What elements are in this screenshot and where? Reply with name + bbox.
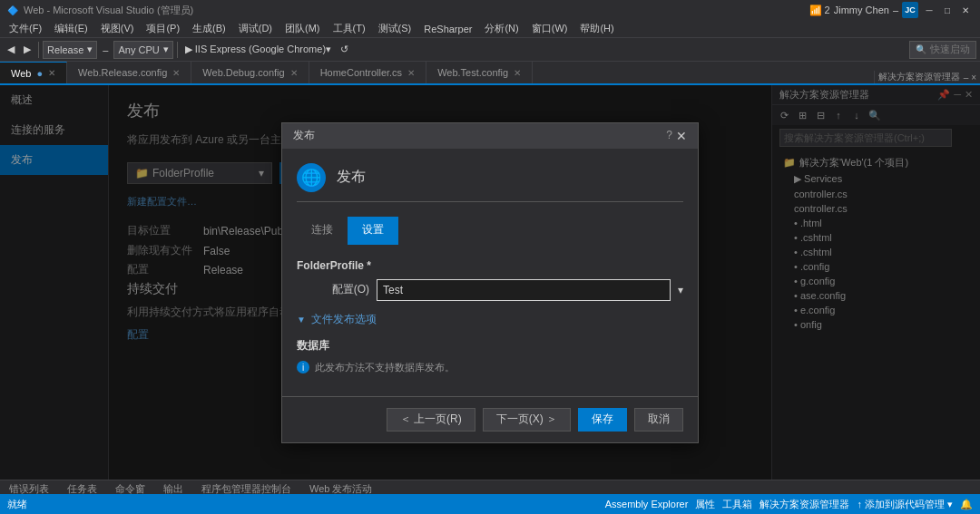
solution-explorer-toggle[interactable]: 解决方案资源管理器 – ×: [874, 71, 980, 83]
tab-webtest-close[interactable]: ✕: [514, 68, 521, 78]
tab-web-debug[interactable]: Web.Debug.config ✕: [191, 62, 309, 83]
tab-web[interactable]: Web ● ✕: [0, 62, 67, 83]
source-control-link[interactable]: ↑ 添加到源代码管理 ▾: [857, 498, 953, 511]
globe-icon: 🌐: [297, 163, 326, 192]
tab-web-debug-label: Web.Debug.config: [202, 67, 284, 78]
config-form-input[interactable]: [377, 279, 671, 301]
close-button[interactable]: ✕: [958, 3, 973, 17]
toolbar-sep1: [38, 42, 39, 58]
modal-tab-settings[interactable]: 设置: [348, 217, 398, 245]
status-bar-left: 就绪: [7, 498, 27, 511]
wifi-icon: 📶 2: [809, 5, 830, 16]
modal-close-button[interactable]: ✕: [676, 129, 687, 143]
cancel-button[interactable]: 取消: [634, 408, 683, 432]
modal-header-title: 发布: [337, 168, 366, 187]
next-button[interactable]: 下一页(X) ＞: [483, 408, 571, 432]
platform-value: Any CPU: [118, 44, 159, 55]
config-form-label: 配置(O): [297, 282, 369, 297]
db-section-title: 数据库: [297, 338, 683, 354]
menu-window[interactable]: 窗口(W): [526, 21, 573, 37]
properties-link[interactable]: 属性: [695, 498, 715, 511]
toolbar-sep2: [177, 42, 178, 58]
chevron-down-icon3: ▾: [326, 44, 331, 55]
menu-edit[interactable]: 编辑(E): [49, 21, 93, 37]
toolbar: ◀ ▶ Release ▾ – Any CPU ▾ ▶ IIS Express …: [0, 38, 980, 62]
toolbar-forward[interactable]: ▶: [20, 40, 34, 60]
menu-team[interactable]: 团队(M): [279, 21, 326, 37]
modal-controls: ? ✕: [666, 129, 687, 143]
file-publish-header[interactable]: ▼ 文件发布选项: [297, 312, 683, 327]
modal-tab-connect[interactable]: 连接: [297, 217, 348, 245]
config-dropdown[interactable]: Release ▾: [43, 41, 97, 59]
modal-help[interactable]: ?: [666, 129, 672, 143]
tab-web-release-label: Web.Release.config: [78, 67, 167, 78]
tab-web-release[interactable]: Web.Release.config ✕: [67, 62, 191, 83]
quick-launch: 快速启动: [930, 43, 970, 56]
modal-overlay: 发布 ? ✕ 🌐 发布 连接 设置: [0, 85, 980, 480]
tab-web-debug-close[interactable]: ✕: [290, 68, 298, 78]
tab-web-close[interactable]: ✕: [48, 68, 55, 78]
menu-file[interactable]: 文件(F): [4, 21, 47, 37]
tab-homecontroller-close[interactable]: ✕: [407, 68, 415, 78]
modal-body: 🌐 发布 连接 设置 FolderProfile * 配置(O): [282, 149, 698, 396]
tab-homecontroller[interactable]: HomeController.cs ✕: [309, 62, 426, 83]
refresh-btn[interactable]: ↺: [337, 40, 352, 60]
menu-resharper[interactable]: ReSharper: [418, 21, 477, 37]
database-section: 数据库 i 此发布方法不支持数据库发布。: [297, 338, 683, 374]
toolbar-back[interactable]: ◀: [4, 40, 18, 60]
menu-tools[interactable]: 工具(T): [328, 21, 371, 37]
menu-project[interactable]: 项目(P): [141, 21, 185, 37]
user-separator: –: [893, 5, 898, 15]
toolbox-link[interactable]: 工具箱: [722, 498, 752, 511]
menu-help[interactable]: 帮助(H): [574, 21, 619, 37]
modal-title: 发布: [293, 128, 315, 143]
user-info: 📶 2 Jimmy Chen – JC: [809, 2, 918, 18]
prev-button[interactable]: ＜ 上一页(R): [387, 408, 475, 432]
toolbar-dash: –: [99, 40, 112, 60]
chevron-form-icon: ▾: [678, 284, 683, 296]
platform-dropdown[interactable]: Any CPU ▾: [113, 41, 172, 59]
menu-analyze[interactable]: 分析(N): [479, 21, 524, 37]
tab-webtest[interactable]: Web.Test.config ✕: [426, 62, 533, 83]
db-info-text: i 此发布方法不支持数据库发布。: [297, 361, 683, 374]
expand-icon: ▼: [297, 315, 306, 325]
status-bar: 就绪 Assembly Explorer 属性 工具箱 解决方案资源管理器 ↑ …: [0, 494, 980, 514]
file-publish-label: 文件发布选项: [311, 312, 377, 327]
title-bar-left: 🔷 Web - Microsoft Visual Studio (管理员): [7, 4, 193, 17]
status-ready: 就绪: [7, 498, 27, 511]
profile-section: FolderProfile * 配置(O) ▾: [297, 259, 683, 301]
db-info-message: 此发布方法不支持数据库发布。: [315, 361, 455, 374]
section-profile-label: FolderProfile *: [297, 259, 683, 272]
tab-modified-icon: ●: [36, 68, 43, 79]
file-publish-section: ▼ 文件发布选项: [297, 312, 683, 327]
config-form-row: 配置(O) ▾: [297, 279, 683, 301]
notification-icon[interactable]: 🔔: [960, 499, 973, 510]
config-value: Release: [47, 44, 83, 55]
search-icon: 🔍: [916, 44, 926, 54]
tab-webtest-label: Web.Test.config: [437, 67, 508, 78]
info-icon: i: [297, 361, 309, 373]
publish-modal: 发布 ? ✕ 🌐 发布 连接 设置: [281, 122, 699, 443]
restore-button[interactable]: □: [940, 3, 955, 17]
minimize-button[interactable]: ─: [922, 3, 936, 17]
username: Jimmy Chen: [834, 5, 889, 15]
menu-test[interactable]: 测试(S): [373, 21, 417, 37]
save-button[interactable]: 保存: [578, 408, 627, 432]
app-title: Web - Microsoft Visual Studio (管理员): [24, 4, 193, 17]
tab-web-release-close[interactable]: ✕: [172, 68, 180, 78]
user-avatar: JC: [902, 2, 918, 18]
iis-express-dropdown[interactable]: ▶ IIS Express (Google Chrome) ▾: [181, 40, 335, 60]
tab-web-label: Web: [11, 68, 31, 79]
solution-explorer-link[interactable]: 解决方案资源管理器: [760, 498, 849, 511]
title-bar: 🔷 Web - Microsoft Visual Studio (管理员) 📶 …: [0, 0, 980, 20]
modal-titlebar: 发布 ? ✕: [282, 123, 698, 149]
title-bar-right: 📶 2 Jimmy Chen – JC ─ □ ✕: [809, 2, 973, 18]
tab-bar: Web ● ✕ Web.Release.config ✕ Web.Debug.c…: [0, 62, 980, 85]
chevron-down-icon2: ▾: [163, 44, 169, 55]
menu-view[interactable]: 视图(V): [95, 21, 140, 37]
menu-debug[interactable]: 调试(D): [233, 21, 278, 37]
status-bar-right: Assembly Explorer 属性 工具箱 解决方案资源管理器 ↑ 添加到…: [605, 498, 973, 511]
modal-footer: ＜ 上一页(R) 下一页(X) ＞ 保存 取消: [282, 396, 698, 442]
assembly-explorer-link[interactable]: Assembly Explorer: [605, 499, 689, 509]
menu-build[interactable]: 生成(B): [187, 21, 231, 37]
